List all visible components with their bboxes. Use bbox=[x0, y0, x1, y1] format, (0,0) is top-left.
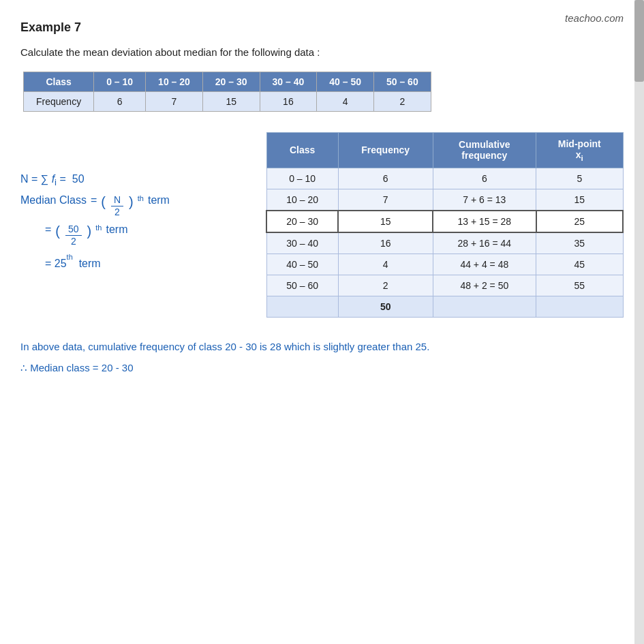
summary-header-30-40: 30 – 40 bbox=[260, 72, 317, 92]
scrollbar-thumb[interactable] bbox=[634, 0, 644, 82]
detail-header-class: Class bbox=[266, 133, 338, 168]
midpoint-20-30: 25 bbox=[536, 211, 623, 232]
summary-header-10-20: 10 – 20 bbox=[146, 72, 203, 92]
frac-numerator-50: 50 bbox=[65, 224, 82, 236]
n-eq-text: N = ∑ fi = 50 bbox=[20, 173, 85, 187]
class-40-50: 40 – 50 bbox=[266, 254, 338, 275]
result-text: = 25th term bbox=[45, 252, 101, 270]
freq-val-20-30: 15 bbox=[338, 211, 433, 232]
frac-denominator-2: 2 bbox=[112, 206, 123, 218]
cumfreq-0-10: 6 bbox=[433, 168, 536, 189]
freq-val-40-50: 4 bbox=[338, 254, 433, 275]
freq-val-50-60: 2 bbox=[338, 275, 433, 296]
calc-50-over-2: = ( 50 2 ) th term = 25th term bbox=[45, 224, 259, 270]
table-row: 0 – 10 6 6 5 bbox=[266, 168, 623, 189]
summary-header-20-30: 20 – 30 bbox=[202, 72, 260, 92]
median-class-equation: Median Class = ( N 2 ) th term bbox=[20, 194, 259, 218]
frac-numerator-N: N bbox=[111, 194, 123, 206]
summary-header-class: Class bbox=[24, 72, 94, 92]
term-label-2: term bbox=[106, 224, 127, 236]
detail-header-midpoint: Mid-pointxi bbox=[536, 133, 623, 168]
detail-header-cumfreq: Cumulativefrequency bbox=[433, 133, 536, 168]
detail-header-row: Class Frequency Cumulativefrequency Mid-… bbox=[266, 133, 623, 168]
calc-result-25th: = 25th term bbox=[45, 252, 259, 270]
footer-empty-1 bbox=[266, 296, 338, 317]
midpoint-10-20: 15 bbox=[536, 189, 623, 211]
problem-text: Calculate the mean deviation about media… bbox=[20, 44, 624, 61]
class-50-60: 50 – 60 bbox=[266, 275, 338, 296]
fraction-50-over-2: 50 2 bbox=[65, 224, 82, 247]
table-row: 40 – 50 4 44 + 4 = 48 45 bbox=[266, 254, 623, 275]
sup-th-1: th bbox=[138, 194, 144, 206]
freq-10-20: 7 bbox=[146, 92, 203, 112]
cumfreq-50-60: 48 + 2 = 50 bbox=[433, 275, 536, 296]
footer-empty-3 bbox=[536, 296, 623, 317]
footer-empty-2 bbox=[433, 296, 536, 317]
detail-table-section: Class Frequency Cumulativefrequency Mid-… bbox=[266, 132, 624, 318]
highlighted-table-row: 20 – 30 15 13 + 15 = 28 25 bbox=[266, 211, 623, 232]
therefore-text: ∴ Median class = 20 - 30 bbox=[20, 362, 134, 374]
freq-50-60: 2 bbox=[373, 92, 431, 112]
paren-close: ) bbox=[129, 194, 134, 210]
median-class-label: Median Class bbox=[20, 194, 87, 206]
cumfreq-10-20: 7 + 6 = 13 bbox=[433, 189, 536, 211]
footer-total: 50 bbox=[338, 296, 433, 317]
equals-sign-2: = bbox=[45, 224, 51, 236]
cumfreq-20-30: 13 + 15 = 28 bbox=[433, 211, 536, 232]
detail-table: Class Frequency Cumulativefrequency Mid-… bbox=[266, 132, 624, 318]
table-footer-row: 50 bbox=[266, 296, 623, 317]
class-0-10: 0 – 10 bbox=[266, 168, 338, 189]
paren-close-2: ) bbox=[87, 224, 92, 239]
freq-30-40: 16 bbox=[260, 92, 317, 112]
freq-val-30-40: 16 bbox=[338, 232, 433, 254]
freq-0-10: 6 bbox=[94, 92, 146, 112]
freq-20-30: 15 bbox=[202, 92, 260, 112]
freq-40-50: 4 bbox=[317, 92, 374, 112]
watermark: teachoo.com bbox=[565, 12, 624, 24]
midpoint-30-40: 35 bbox=[536, 232, 623, 254]
freq-val-10-20: 7 bbox=[338, 189, 433, 211]
midpoint-0-10: 5 bbox=[536, 168, 623, 189]
conclusion-text: In above data, cumulative frequency of c… bbox=[20, 341, 429, 352]
midpoint-50-60: 55 bbox=[536, 275, 623, 296]
paren-open-2: ( bbox=[55, 224, 60, 239]
summary-table: Class 0 – 10 10 – 20 20 – 30 30 – 40 40 … bbox=[23, 72, 431, 112]
term-label-1: term bbox=[148, 194, 170, 206]
calc-frac-50: = ( 50 2 ) th term bbox=[45, 224, 259, 247]
class-30-40: 30 – 40 bbox=[266, 232, 338, 254]
page-title: Example 7 bbox=[20, 20, 624, 35]
class-20-30: 20 – 30 bbox=[266, 211, 338, 232]
cumfreq-40-50: 44 + 4 = 48 bbox=[433, 254, 536, 275]
freq-label: Frequency bbox=[24, 92, 94, 112]
equals-sign: = bbox=[91, 194, 97, 206]
table-row: 10 – 20 7 7 + 6 = 13 15 bbox=[266, 189, 623, 211]
summary-header-40-50: 40 – 50 bbox=[317, 72, 374, 92]
midpoint-40-50: 45 bbox=[536, 254, 623, 275]
conclusion-paragraph: In above data, cumulative frequency of c… bbox=[20, 338, 624, 356]
left-calculations: N = ∑ fi = 50 Median Class = ( N 2 ) th … bbox=[20, 132, 266, 277]
paren-open: ( bbox=[101, 194, 106, 210]
frac-denominator-2b: 2 bbox=[68, 236, 79, 247]
top-table-section: Class 0 – 10 10 – 20 20 – 30 30 – 40 40 … bbox=[20, 72, 624, 112]
summary-header-50-60: 50 – 60 bbox=[373, 72, 431, 92]
table-row: 30 – 40 16 28 + 16 = 44 35 bbox=[266, 232, 623, 254]
sup-th-2: th bbox=[95, 224, 102, 236]
fraction-N-over-2: N 2 bbox=[111, 194, 123, 218]
detail-header-frequency: Frequency bbox=[338, 133, 433, 168]
main-content: N = ∑ fi = 50 Median Class = ( N 2 ) th … bbox=[20, 132, 624, 318]
scrollbar[interactable] bbox=[634, 0, 644, 644]
table-row: 50 – 60 2 48 + 2 = 50 55 bbox=[266, 275, 623, 296]
freq-val-0-10: 6 bbox=[338, 168, 433, 189]
summary-header-0-10: 0 – 10 bbox=[94, 72, 146, 92]
therefore-statement: ∴ Median class = 20 - 30 bbox=[20, 362, 624, 374]
class-10-20: 10 – 20 bbox=[266, 189, 338, 211]
n-equation: N = ∑ fi = 50 bbox=[20, 173, 259, 187]
table-row: Frequency 6 7 15 16 4 2 bbox=[24, 92, 431, 112]
cumfreq-30-40: 28 + 16 = 44 bbox=[433, 232, 536, 254]
